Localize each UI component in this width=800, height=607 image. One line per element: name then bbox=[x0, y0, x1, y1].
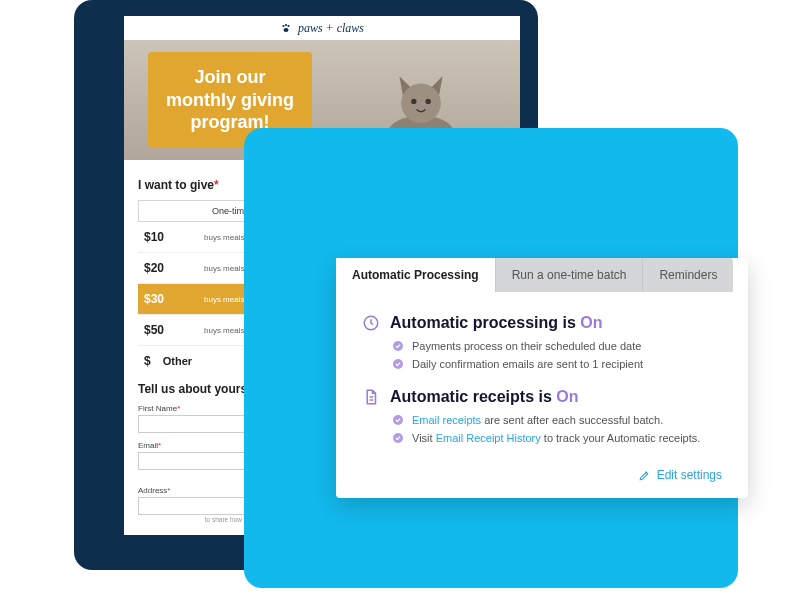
svg-point-3 bbox=[283, 28, 288, 32]
settings-panel: Automatic Processing Run a one-time batc… bbox=[336, 258, 748, 498]
tab-one-time-batch[interactable]: Run a one-time batch bbox=[496, 258, 644, 292]
svg-point-6 bbox=[411, 99, 416, 104]
receipts-status: Automatic receipts is On bbox=[362, 388, 722, 406]
check-icon bbox=[392, 432, 404, 444]
email-receipt-history-link[interactable]: Email Receipt History bbox=[436, 432, 541, 444]
clock-icon bbox=[362, 314, 380, 332]
svg-point-1 bbox=[285, 24, 287, 26]
email-receipts-link[interactable]: Email receipts bbox=[412, 414, 481, 426]
document-icon bbox=[362, 388, 380, 406]
check-icon bbox=[392, 414, 404, 426]
paw-icon bbox=[280, 22, 292, 34]
brand-name: paws + claws bbox=[298, 21, 364, 36]
settings-tabs: Automatic Processing Run a one-time batc… bbox=[336, 258, 748, 292]
svg-point-0 bbox=[282, 25, 284, 27]
processing-bullet-2: Daily confirmation emails are sent to 1 … bbox=[392, 358, 722, 370]
processing-bullet-1: Payments process on their scheduled due … bbox=[392, 340, 722, 352]
svg-point-2 bbox=[287, 25, 289, 27]
processing-status: Automatic processing is On bbox=[362, 314, 722, 332]
receipts-bullet-2: Visit Email Receipt History to track you… bbox=[392, 432, 722, 444]
pencil-icon bbox=[638, 469, 651, 482]
brand-header: paws + claws bbox=[124, 16, 520, 40]
tab-automatic-processing[interactable]: Automatic Processing bbox=[336, 258, 496, 292]
edit-settings-button[interactable]: Edit settings bbox=[362, 462, 722, 484]
receipts-bullet-1: Email receipts are sent after each succe… bbox=[392, 414, 722, 426]
svg-point-7 bbox=[426, 99, 431, 104]
check-icon bbox=[392, 358, 404, 370]
svg-point-5 bbox=[401, 83, 441, 123]
tab-reminders[interactable]: Reminders bbox=[643, 258, 733, 292]
check-icon bbox=[392, 340, 404, 352]
